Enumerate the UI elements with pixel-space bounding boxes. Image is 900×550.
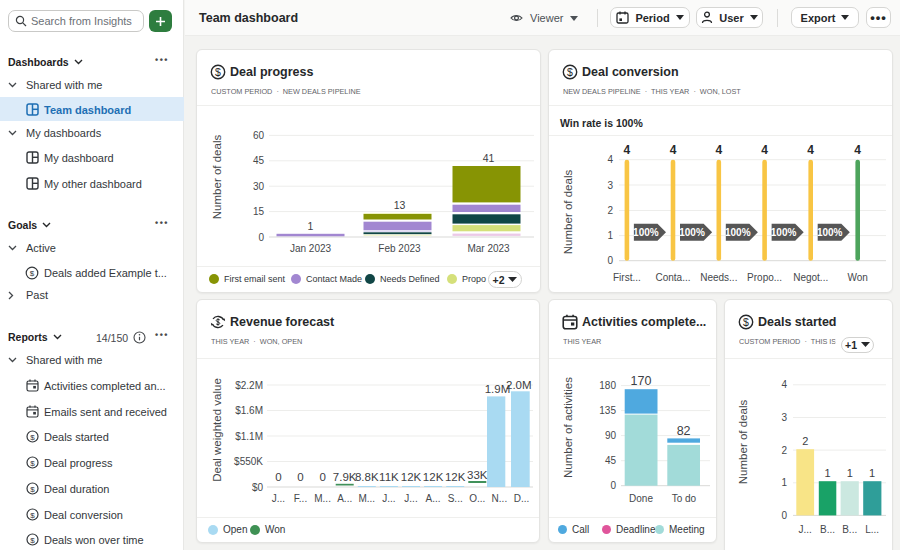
svg-text:2: 2 bbox=[781, 445, 787, 456]
svg-text:To do: To do bbox=[672, 493, 697, 504]
svg-text:41: 41 bbox=[483, 152, 495, 164]
svg-text:$: $ bbox=[30, 511, 35, 520]
svg-text:Needs...: Needs... bbox=[700, 272, 737, 283]
svg-text:D...: D... bbox=[514, 493, 530, 504]
svg-text:0: 0 bbox=[297, 471, 303, 483]
svg-text:Done: Done bbox=[629, 493, 653, 504]
svg-text:7.9K: 7.9K bbox=[333, 471, 357, 483]
svg-text:Negot...: Negot... bbox=[793, 272, 828, 283]
svg-text:Won: Won bbox=[848, 272, 868, 283]
svg-text:J...: J... bbox=[799, 524, 812, 535]
svg-text:Number of deals: Number of deals bbox=[211, 135, 223, 220]
svg-text:33K: 33K bbox=[467, 469, 488, 481]
svg-text:0: 0 bbox=[319, 471, 325, 483]
svg-text:$1.1M: $1.1M bbox=[235, 431, 263, 442]
svg-text:4: 4 bbox=[670, 143, 677, 157]
svg-text:4: 4 bbox=[781, 379, 787, 390]
svg-text:100%: 100% bbox=[817, 227, 843, 238]
svg-text:0: 0 bbox=[275, 471, 281, 483]
svg-text:12K: 12K bbox=[423, 471, 444, 483]
svg-text:4: 4 bbox=[854, 143, 861, 157]
svg-text:180: 180 bbox=[599, 380, 616, 391]
svg-text:$0: $0 bbox=[252, 482, 264, 493]
svg-text:S...: S... bbox=[448, 493, 463, 504]
svg-text:2.0M: 2.0M bbox=[506, 379, 532, 391]
svg-text:4: 4 bbox=[607, 154, 613, 165]
svg-text:4: 4 bbox=[624, 143, 631, 157]
svg-text:First...: First... bbox=[613, 272, 641, 283]
svg-text:100%: 100% bbox=[771, 227, 797, 238]
svg-text:L...: L... bbox=[865, 524, 879, 535]
svg-text:Jan 2023: Jan 2023 bbox=[290, 243, 332, 254]
svg-text:Conta...: Conta... bbox=[655, 272, 690, 283]
svg-text:Number of deals: Number of deals bbox=[737, 400, 749, 485]
svg-text:M...: M... bbox=[314, 493, 331, 504]
svg-text:$: $ bbox=[30, 459, 35, 468]
svg-text:$550K: $550K bbox=[234, 456, 263, 467]
svg-text:1: 1 bbox=[825, 467, 831, 479]
svg-text:8.8K: 8.8K bbox=[355, 471, 379, 483]
svg-text:4: 4 bbox=[761, 143, 768, 157]
svg-text:O...: O... bbox=[469, 493, 485, 504]
svg-text:1: 1 bbox=[607, 230, 613, 241]
svg-text:1: 1 bbox=[308, 220, 314, 232]
svg-text:30: 30 bbox=[253, 181, 265, 192]
svg-text:$2.2M: $2.2M bbox=[235, 380, 263, 391]
svg-text:170: 170 bbox=[631, 374, 652, 388]
svg-text:J...: J... bbox=[404, 493, 417, 504]
svg-text:$: $ bbox=[30, 485, 35, 494]
svg-text:11K: 11K bbox=[379, 471, 399, 483]
svg-text:M...: M... bbox=[358, 493, 375, 504]
svg-text:Mar 2023: Mar 2023 bbox=[467, 243, 510, 254]
svg-text:2: 2 bbox=[802, 435, 808, 447]
svg-text:Feb 2023: Feb 2023 bbox=[378, 243, 421, 254]
svg-text:4: 4 bbox=[807, 143, 814, 157]
svg-text:2: 2 bbox=[607, 205, 613, 216]
svg-text:100%: 100% bbox=[725, 227, 751, 238]
svg-text:0: 0 bbox=[610, 480, 616, 491]
svg-text:B...: B... bbox=[842, 524, 857, 535]
svg-text:3: 3 bbox=[781, 412, 787, 423]
svg-text:60: 60 bbox=[253, 130, 265, 141]
svg-text:$1.6M: $1.6M bbox=[235, 405, 263, 416]
svg-text:1: 1 bbox=[847, 467, 853, 479]
svg-text:15: 15 bbox=[253, 206, 265, 217]
svg-text:F...: F... bbox=[294, 493, 307, 504]
svg-text:45: 45 bbox=[253, 155, 265, 166]
svg-text:Propo...: Propo... bbox=[747, 272, 782, 283]
svg-text:3: 3 bbox=[607, 180, 613, 191]
svg-text:0: 0 bbox=[607, 255, 613, 266]
svg-text:45: 45 bbox=[605, 455, 617, 466]
svg-text:N...: N... bbox=[492, 493, 508, 504]
svg-text:1: 1 bbox=[869, 467, 875, 479]
svg-text:90: 90 bbox=[605, 430, 617, 441]
svg-text:0: 0 bbox=[258, 232, 264, 243]
svg-text:82: 82 bbox=[677, 424, 691, 438]
svg-text:$: $ bbox=[30, 433, 35, 442]
svg-text:J...: J... bbox=[272, 493, 285, 504]
svg-text:1: 1 bbox=[781, 477, 787, 488]
svg-text:$: $ bbox=[30, 269, 35, 278]
svg-text:Number of activities: Number of activities bbox=[562, 377, 574, 478]
svg-text:13: 13 bbox=[394, 199, 406, 211]
svg-text:0: 0 bbox=[781, 510, 787, 521]
svg-text:12K: 12K bbox=[445, 471, 466, 483]
svg-text:B...: B... bbox=[820, 524, 835, 535]
svg-text:J...: J... bbox=[382, 493, 395, 504]
svg-text:135: 135 bbox=[599, 405, 616, 416]
svg-text:$: $ bbox=[30, 536, 35, 545]
svg-text:A...: A... bbox=[426, 493, 441, 504]
svg-text:4: 4 bbox=[715, 143, 722, 157]
svg-text:Number of deals: Number of deals bbox=[562, 170, 574, 255]
svg-text:Deal weighted value: Deal weighted value bbox=[211, 378, 223, 482]
svg-text:100%: 100% bbox=[679, 227, 705, 238]
svg-text:A...: A... bbox=[337, 493, 352, 504]
svg-text:12K: 12K bbox=[401, 471, 422, 483]
svg-text:100%: 100% bbox=[633, 227, 659, 238]
